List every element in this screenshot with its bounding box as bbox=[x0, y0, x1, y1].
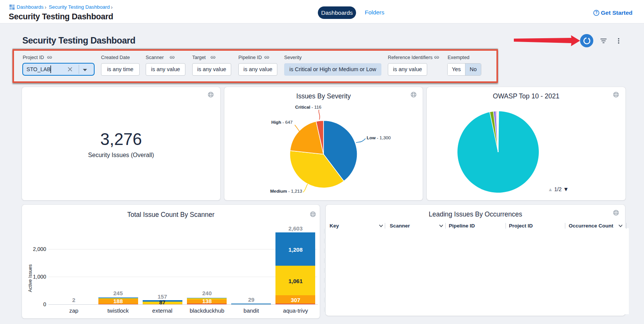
svg-text:?: ? bbox=[595, 11, 597, 15]
